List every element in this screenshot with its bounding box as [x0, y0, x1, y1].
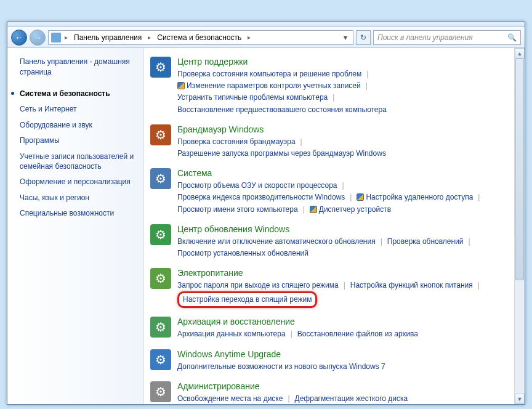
- category: ⚙Центр поддержкиПроверка состояния компь…: [150, 57, 514, 116]
- category-link[interactable]: Настройка удаленного доступа: [357, 192, 473, 203]
- scrollbar[interactable]: ▲ ▼: [514, 48, 525, 404]
- category: ⚙АдминистрированиеОсвобождение места на …: [150, 381, 514, 404]
- category-link[interactable]: Проверка индекса производительности Wind…: [177, 192, 345, 203]
- category-link[interactable]: Настройка перехода в спящий режим: [183, 295, 312, 304]
- category-title[interactable]: Центр обновления Windows: [177, 224, 514, 234]
- link-separator: |: [344, 280, 345, 291]
- link-separator: |: [381, 236, 382, 248]
- category-icon: ⚙: [150, 381, 171, 402]
- link-separator: |: [469, 236, 470, 248]
- sidebar-item[interactable]: Часы, язык и регион: [20, 190, 137, 206]
- category-icon: ⚙: [150, 349, 171, 370]
- category-link[interactable]: Проверка состояния компьютера и решение …: [177, 68, 361, 80]
- link-separator: |: [342, 180, 344, 192]
- chevron-right-icon: ▸: [145, 34, 153, 41]
- link-separator: |: [366, 80, 368, 92]
- link-separator: |: [291, 328, 292, 340]
- category-title[interactable]: Брандмауэр Windows: [177, 124, 514, 134]
- back-button[interactable]: ←: [11, 30, 27, 46]
- category-link[interactable]: Проверка обновлений: [387, 236, 464, 248]
- link-separator: |: [350, 192, 352, 203]
- sidebar-item[interactable]: Учетные записи пользователей и семейная …: [20, 149, 137, 174]
- refresh-button[interactable]: ↻: [356, 30, 371, 45]
- category-link[interactable]: Освобождение места на диске: [177, 393, 283, 404]
- titlebar: [7, 22, 525, 27]
- category-link[interactable]: Устранить типичные проблемы компьютера: [177, 92, 328, 103]
- category: ⚙Центр обновления WindowsВключение или о…: [150, 224, 514, 259]
- link-separator: |: [332, 92, 334, 103]
- search-input[interactable]: Поиск в панели управления 🔍: [373, 30, 521, 45]
- shield-icon: [357, 193, 364, 201]
- category-title[interactable]: Архивация и восстановление: [177, 317, 514, 326]
- sidebar-item[interactable]: Оформление и персонализация: [20, 174, 137, 190]
- link-separator: |: [288, 393, 289, 404]
- control-panel-window: ← → ▸ Панель управления ▸ Система и безо…: [7, 22, 525, 405]
- category-link[interactable]: Просмотр объема ОЗУ и скорости процессор…: [177, 180, 337, 192]
- link-separator: |: [478, 280, 480, 291]
- sidebar-item[interactable]: Специальные возможности: [20, 206, 137, 222]
- shield-icon: [310, 206, 317, 213]
- chevron-right-icon: ▸: [245, 34, 253, 41]
- category-link[interactable]: Запрос пароля при выходе из спящего режи…: [177, 280, 339, 291]
- content-area: ⚙Центр поддержкиПроверка состояния компь…: [144, 48, 525, 404]
- highlighted-link[interactable]: Настройка перехода в спящий режим: [177, 291, 317, 308]
- category: ⚙ЭлектропитаниеЗапрос пароля при выходе …: [150, 268, 514, 308]
- category-link[interactable]: Восстановление предшествовавшего состоян…: [177, 104, 387, 116]
- sidebar-item[interactable]: Оборудование и звук: [20, 118, 137, 134]
- category: ⚙Брандмауэр WindowsПроверка состояния бр…: [150, 124, 514, 160]
- category-link[interactable]: Разрешение запуска программы через бранд…: [177, 148, 386, 160]
- sidebar: Панель управления - домашняя страница Си…: [7, 48, 144, 404]
- toolbar: ← → ▸ Панель управления ▸ Система и безо…: [7, 27, 525, 48]
- category-link[interactable]: Архивация данных компьютера: [177, 328, 286, 340]
- sidebar-item[interactable]: Система и безопасность: [20, 86, 137, 102]
- shield-icon: [177, 82, 185, 89]
- category: ⚙Архивация и восстановлениеАрхивация дан…: [150, 317, 514, 340]
- control-panel-icon: [51, 33, 61, 43]
- sidebar-item[interactable]: Сеть и Интернет: [20, 102, 137, 118]
- link-separator: |: [303, 204, 305, 216]
- breadcrumb[interactable]: ▸ Панель управления ▸ Система и безопасн…: [48, 30, 353, 45]
- category: ⚙СистемаПросмотр объема ОЗУ и скорости п…: [150, 168, 514, 216]
- forward-button[interactable]: →: [30, 30, 46, 46]
- category-link[interactable]: Проверка состояния брандмауэра: [177, 136, 296, 148]
- category-link[interactable]: Просмотр установленных обновлений: [177, 248, 308, 259]
- category-title[interactable]: Администрирование: [177, 381, 514, 391]
- breadcrumb-root[interactable]: Панель управления: [71, 32, 144, 43]
- category-link[interactable]: Настройка функций кнопок питания: [350, 280, 473, 291]
- scroll-thumb[interactable]: [515, 59, 524, 280]
- sidebar-item[interactable]: Программы: [20, 133, 137, 149]
- category-icon: ⚙: [150, 317, 171, 338]
- search-icon: 🔍: [507, 33, 517, 42]
- category-title[interactable]: Электропитание: [177, 268, 514, 278]
- category-icon: ⚙: [150, 168, 171, 189]
- category-icon: ⚙: [150, 57, 171, 78]
- link-separator: |: [366, 68, 368, 80]
- search-placeholder: Поиск в панели управления: [377, 33, 473, 42]
- link-separator: |: [300, 136, 302, 148]
- link-separator: |: [478, 192, 480, 203]
- category-icon: ⚙: [150, 268, 171, 289]
- category-link[interactable]: Просмотр имени этого компьютера: [177, 204, 298, 216]
- category-link[interactable]: Дополнительные возможности из нового вып…: [177, 361, 385, 373]
- category-icon: ⚙: [150, 224, 171, 245]
- chevron-down-icon[interactable]: ▾: [341, 33, 350, 42]
- chevron-right-icon: ▸: [62, 34, 70, 41]
- category-icon: ⚙: [150, 124, 171, 145]
- breadcrumb-current[interactable]: Система и безопасность: [155, 32, 244, 43]
- sidebar-home-link[interactable]: Панель управления - домашняя страница: [20, 57, 137, 78]
- category-title[interactable]: Центр поддержки: [177, 57, 514, 67]
- category-link[interactable]: Включение или отключение автоматического…: [177, 236, 376, 248]
- scroll-up-button[interactable]: ▲: [515, 48, 525, 59]
- category-link[interactable]: Изменение параметров контроля учетных за…: [177, 80, 361, 92]
- scroll-down-button[interactable]: ▼: [515, 394, 525, 404]
- category-title[interactable]: Windows Anytime Upgrade: [177, 349, 514, 359]
- category-link[interactable]: Диспетчер устройств: [310, 204, 391, 216]
- category-link[interactable]: Восстановление файлов из архива: [297, 328, 418, 340]
- category: ⚙Windows Anytime UpgradeДополнительные в…: [150, 349, 514, 373]
- category-link[interactable]: Дефрагментация жесткого диска: [295, 393, 408, 404]
- category-title[interactable]: Система: [177, 168, 514, 178]
